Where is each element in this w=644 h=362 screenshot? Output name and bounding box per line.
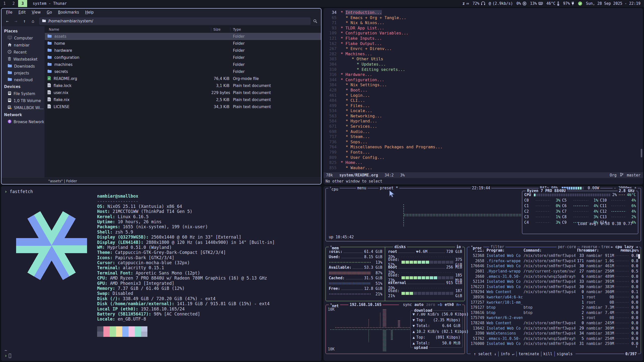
file-row[interactable]: README.org76,4 KiBOrg-mode file: [45, 75, 321, 82]
org-heading-line: 534* Locale...: [324, 108, 643, 114]
cpu-module[interactable]: 0%: [516, 1, 527, 6]
network-module[interactable]: @ (2.9kb/s): [489, 1, 513, 6]
cpu-box-title[interactable]: ¹cpu: [328, 186, 340, 192]
workspace-button[interactable]: 3: [18, 0, 27, 7]
proc-reverse-toggle[interactable]: reverse: [580, 244, 598, 249]
workspace-button[interactable]: 2: [9, 0, 18, 7]
proc-action-terminate[interactable]: terminate: [516, 351, 541, 356]
net-control-b[interactable]: ←b: [438, 302, 442, 307]
clock-date[interactable]: Sun, 28 Sep 2025 - 22:19: [586, 1, 640, 6]
proc-action-info[interactable]: info ↵: [498, 351, 516, 356]
file-row[interactable]: hardwareFolder: [45, 47, 321, 54]
process-row[interactable]: 176223Isolated Web Co/nix/store/sm8fmrf3…: [467, 284, 641, 290]
proc-percore-toggle[interactable]: per-core: [557, 244, 577, 249]
proc-action-kill[interactable]: kill: [541, 351, 554, 356]
sidebar-item-computer[interactable]: Computer: [2, 35, 45, 42]
file-row[interactable]: assetsFolder: [45, 33, 321, 40]
net-control-n[interactable]: n→: [456, 302, 461, 307]
menu-item-file[interactable]: File: [3, 10, 15, 15]
mem-box-title[interactable]: ²mem: [329, 244, 340, 251]
forward-button[interactable]: →: [12, 18, 20, 25]
tray-check-icon[interactable]: [578, 1, 582, 6]
process-pid: 13642: [469, 326, 484, 331]
process-row[interactable]: 175749kworker/6:2-even1root0B0.0: [467, 315, 641, 321]
process-row[interactable]: 52368Isolated Web Co/nix/store/sm8fmrf3w…: [467, 253, 641, 258]
net-controls[interactable]: syncautozero←beth0n→: [399, 302, 462, 307]
sidebar-item-browse-network[interactable]: Browse Network: [2, 118, 45, 125]
column-name[interactable]: Name: [45, 27, 211, 31]
file-row[interactable]: configurationFolder: [45, 54, 321, 61]
emacs-scrollbar-thumb[interactable]: [641, 149, 642, 157]
home-button[interactable]: ⌂: [29, 18, 37, 25]
net-control-eth0[interactable]: eth0: [445, 302, 454, 307]
column-size[interactable]: Size: [211, 27, 230, 31]
sidebar-item-file-system[interactable]: File System: [2, 90, 45, 97]
process-row[interactable]: 2658.firefox-wrappe/nix/store/sm8fmrf3wp…: [467, 258, 641, 264]
process-row[interactable]: 38936kworker/u64:6-kc1root0B0.0: [467, 295, 641, 300]
process-row[interactable]: 2601.Hyprland-wrapp/run/current-system/s…: [467, 269, 641, 274]
git-branch-icon: [620, 173, 623, 177]
volume-module[interactable]: 72%: [472, 1, 485, 6]
file-row[interactable]: LICENSE34,3 KiBPlain text document: [45, 103, 321, 110]
sidebar-item-nextcloud[interactable]: nextcloud: [2, 76, 45, 83]
file-row[interactable]: machinesFolder: [45, 61, 321, 68]
proc-box-title[interactable]: ⁴proc: [470, 244, 483, 251]
sidebar-item-nambiar[interactable]: nambiar: [2, 42, 45, 49]
process-row[interactable]: 178294Web Content/nix/store/sm8fmrf3wps4…: [467, 289, 641, 295]
sidebar-item-1-0-tb-volume[interactable]: 1,0 TB Volume: [2, 97, 45, 104]
emacs-buffer[interactable]: 34* Introduction...65* Emacs + Org + Tan…: [324, 8, 643, 172]
sidebar-item-downloads[interactable]: Downloads: [2, 63, 45, 70]
process-row[interactable]: 13642Isolated Web Co/nix/store/sm8fmrf3w…: [467, 326, 641, 331]
sidebar-item-projects[interactable]: projects: [2, 70, 45, 76]
file-row[interactable]: flake.nix2,5 KiBPlain text document: [45, 96, 321, 103]
net-control-auto[interactable]: auto: [415, 302, 424, 307]
file-row[interactable]: secretsFolder: [45, 68, 321, 75]
process-row[interactable]: 177257kworker/10:1-mm_1root0B0.0: [467, 300, 641, 305]
process-row[interactable]: 2660.emacs-31.0.50-/nix/store/wnqz5pa8ra…: [467, 274, 641, 279]
menu-item-go[interactable]: Go: [44, 10, 55, 15]
menu-item-bookmarks[interactable]: Bookmarks: [55, 10, 82, 15]
menu-item-view[interactable]: View: [29, 10, 44, 15]
proc-action-select[interactable]: ↑ select ↓: [472, 351, 498, 356]
path-bar[interactable]: /home/nambiar/system/: [39, 18, 310, 25]
workspace-button[interactable]: 1: [0, 0, 9, 7]
process-row[interactable]: 178616btopbtop2nambiar7.4M0.0: [467, 310, 641, 315]
process-row[interactable]: 52134Isolated Web Co/nix/store/sm8fmrf3w…: [467, 279, 641, 284]
upload-arrow-icon: ▲: [413, 335, 415, 340]
process-row[interactable]: 179127btopbtop2nambiar7.3M0.0: [467, 305, 641, 310]
proc-sort-control[interactable]: ← cpu lazy →: [610, 244, 639, 249]
menu-button[interactable]: menu: [356, 186, 368, 191]
idle-inhibitor[interactable]: zzz: [463, 1, 469, 6]
sidebar-item-smallbox-wi-[interactable]: SMALLBOX Wi...: [2, 104, 45, 111]
menu-item-edit[interactable]: Edit: [15, 10, 29, 15]
process-row[interactable]: 176000Isolated Web Co/nix/store/sm8fmrf3…: [467, 341, 641, 346]
file-row[interactable]: flake.lock3,1 KiBPlain text document: [45, 82, 321, 89]
process-row[interactable]: 51762.emacs-31.0.50-/nix/store/wnqz5pa8r…: [467, 336, 641, 341]
sidebar-item-wastebasket[interactable]: Wastebasket: [2, 56, 45, 63]
process-row[interactable]: 3390WebExtensions/nix/store/sm8fmrf3wps4…: [467, 331, 641, 336]
menu-item-help[interactable]: Help: [82, 10, 97, 15]
proc-scroll-down-icon[interactable]: ↓: [635, 344, 638, 349]
net-control-sync[interactable]: sync: [403, 302, 412, 307]
info-value: Linux 6.16.5: [118, 214, 149, 219]
battery-module[interactable]: 97%: [563, 1, 574, 6]
net-control-zero[interactable]: zero: [426, 302, 435, 307]
prompt-line[interactable]: ›: [5, 353, 11, 358]
back-button[interactable]: ←: [4, 18, 11, 25]
proc-action-signals[interactable]: signals: [554, 351, 575, 356]
org-heading: * Emacs + Org + Tangle...: [337, 15, 406, 21]
proc-scrollbar-thumb[interactable]: [638, 254, 640, 259]
temperature-module[interactable]: 46°C: [546, 1, 559, 6]
memory-module[interactable]: 13%: [530, 1, 543, 6]
file-row[interactable]: homeFolder: [45, 40, 321, 47]
process-row[interactable]: 176646Isolated Web Co/nix/store/sm8fmrf3…: [467, 263, 641, 269]
search-icon[interactable]: [311, 18, 319, 25]
process-row[interactable]: 178248Web Content/nix/store/sm8fmrf3wps4…: [467, 321, 641, 326]
file-row[interactable]: user.nix229 bytesPlain text document: [45, 89, 321, 96]
column-type[interactable]: Type: [230, 27, 321, 31]
mem-row-free: Free:12.8 GiB: [329, 286, 382, 291]
up-button[interactable]: ↑: [21, 18, 28, 25]
proc-filter-button[interactable]: filter: [489, 244, 505, 249]
sidebar-item-recent[interactable]: Recent: [2, 49, 45, 56]
mem-value: 31.5 GiB: [364, 276, 382, 281]
